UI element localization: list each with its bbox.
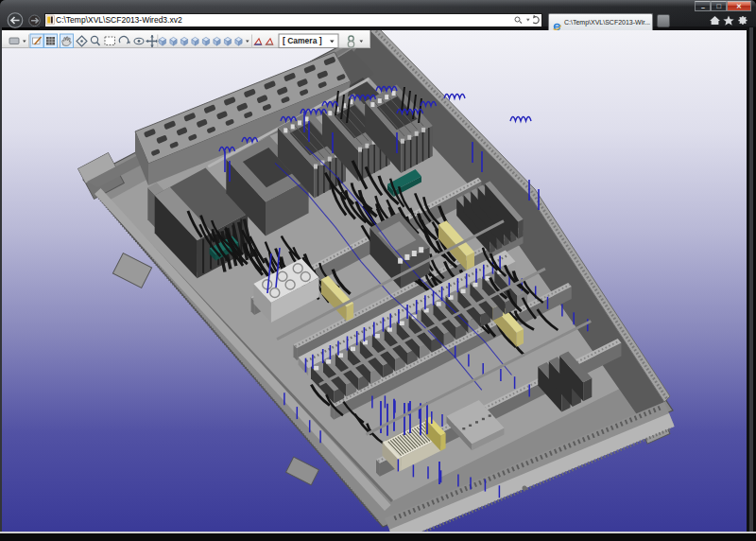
svg-text:[ Camera ]: [ Camera ] bbox=[283, 36, 322, 45]
